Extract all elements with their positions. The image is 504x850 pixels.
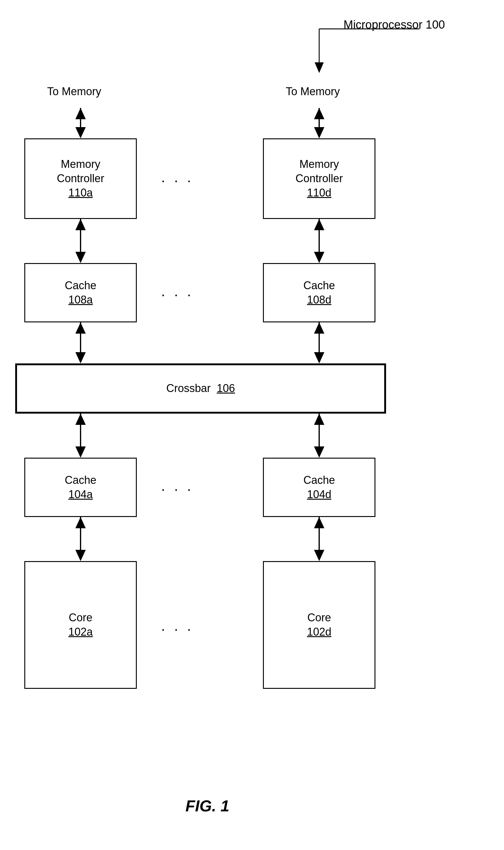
memory-controller-left-box: Memory Controller 110a — [24, 138, 137, 219]
core-102d-label: Core — [307, 611, 331, 625]
cache-108a-ref: 108a — [68, 293, 93, 307]
cache-104a-ref: 104a — [68, 488, 93, 502]
to-memory-label-right: To Memory — [286, 85, 340, 98]
diagram-svg — [0, 0, 504, 850]
core-102a-ref: 102a — [68, 625, 93, 639]
core-102d-box: Core 102d — [263, 561, 375, 689]
core-102d-ref: 102d — [307, 625, 331, 639]
svg-marker-20 — [314, 352, 324, 364]
cache-104d-box: Cache 104d — [263, 458, 375, 517]
svg-marker-21 — [314, 322, 324, 334]
cache-108d-label: Cache — [303, 279, 335, 293]
svg-marker-29 — [75, 550, 86, 561]
svg-marker-8 — [314, 127, 324, 138]
crossbar-box: Crossbar 106 — [15, 364, 386, 413]
cache-104a-box: Cache 104a — [24, 458, 137, 517]
svg-marker-3 — [314, 63, 324, 73]
cache-104a-label: Cache — [65, 473, 96, 488]
memory-controller-right-ref: 110d — [307, 186, 331, 200]
dots-memory-controllers: . . . — [161, 169, 194, 185]
dots-cache-104: . . . — [161, 477, 194, 494]
memory-controller-left-label: Memory Controller — [57, 157, 104, 186]
memory-controller-left-ref: 110a — [68, 186, 93, 200]
memory-controller-right-box: Memory Controller 110d — [263, 138, 375, 219]
memory-controller-right-label: Memory Controller — [295, 157, 343, 186]
svg-marker-14 — [314, 252, 324, 263]
crossbar-ref: 106 — [217, 382, 235, 396]
svg-marker-30 — [75, 517, 86, 528]
svg-marker-18 — [75, 322, 86, 334]
cache-104d-label: Cache — [303, 473, 335, 488]
cache-108d-ref: 108d — [307, 293, 331, 307]
svg-marker-12 — [75, 219, 86, 230]
core-102a-box: Core 102a — [24, 561, 137, 689]
to-memory-label-left: To Memory — [47, 85, 101, 98]
svg-marker-23 — [75, 446, 86, 458]
cache-108a-box: Cache 108a — [24, 263, 137, 322]
svg-marker-26 — [314, 446, 324, 458]
dots-cache-108: . . . — [161, 283, 194, 300]
cache-104d-ref: 104d — [307, 488, 331, 502]
svg-marker-5 — [75, 127, 86, 138]
diagram-container: Microprocessor 100 To Memory To Memory M… — [0, 0, 504, 850]
svg-marker-15 — [314, 219, 324, 230]
svg-marker-32 — [314, 550, 324, 561]
microprocessor-label: Microprocessor 100 — [343, 18, 445, 31]
svg-marker-24 — [75, 413, 86, 425]
svg-marker-11 — [75, 252, 86, 263]
svg-marker-6 — [75, 108, 86, 119]
cache-108a-label: Cache — [65, 279, 96, 293]
core-102a-label: Core — [69, 611, 92, 625]
svg-marker-17 — [75, 352, 86, 364]
crossbar-label: Crossbar — [166, 382, 211, 396]
dots-cores: . . . — [161, 617, 194, 634]
svg-marker-27 — [314, 413, 324, 425]
svg-marker-9 — [314, 108, 324, 119]
fig-label: FIG. 1 — [185, 797, 229, 815]
svg-marker-33 — [314, 517, 324, 528]
cache-108d-box: Cache 108d — [263, 263, 375, 322]
